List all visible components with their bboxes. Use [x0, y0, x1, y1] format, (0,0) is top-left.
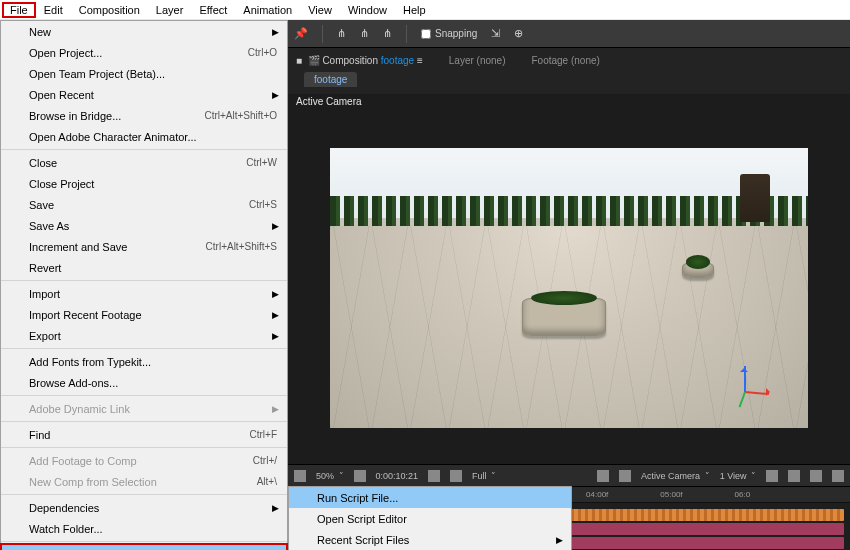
menu-file[interactable]: File [2, 2, 36, 18]
menu-window[interactable]: Window [340, 2, 395, 18]
scripts-menu-item[interactable]: Run Script File... [289, 487, 571, 508]
file-menu-label: Browse in Bridge... [29, 110, 204, 122]
snap-opt2-icon[interactable]: ⊕ [514, 27, 523, 40]
file-menu-item[interactable]: Export▶ [1, 325, 287, 346]
submenu-arrow-icon: ▶ [272, 404, 279, 414]
shortcut-label: Ctrl+/ [253, 455, 277, 466]
file-menu-label: Revert [29, 262, 277, 274]
magnify-icon[interactable] [294, 470, 306, 482]
submenu-arrow-icon: ▶ [556, 535, 563, 545]
axis-icon[interactable]: ⋔ [337, 27, 346, 40]
timecode[interactable]: 0:00:10:21 [376, 471, 419, 481]
axis-gizmo[interactable] [726, 370, 766, 410]
file-menu-item[interactable]: FindCtrl+F [1, 424, 287, 445]
file-menu-item[interactable]: Save As▶ [1, 215, 287, 236]
res-icon[interactable] [354, 470, 366, 482]
file-menu-item[interactable]: CloseCtrl+W [1, 152, 287, 173]
shortcut-label: Ctrl+S [249, 199, 277, 210]
file-menu-item[interactable]: New▶ [1, 21, 287, 42]
axis3-icon[interactable]: ⋔ [383, 27, 392, 40]
top-toolbar: 📌 ⋔ ⋔ ⋔ Snapping ⇲ ⊕ [288, 20, 850, 48]
file-menu-label: Adobe Dynamic Link [29, 403, 277, 415]
menu-animation[interactable]: Animation [235, 2, 300, 18]
tab-layer[interactable]: Layer (none) [449, 55, 506, 66]
file-menu-item[interactable]: Open Project...Ctrl+O [1, 42, 287, 63]
file-menu-label: Add Footage to Comp [29, 455, 253, 467]
file-menu-item[interactable]: SaveCtrl+S [1, 194, 287, 215]
comp-subtabs: footage [288, 72, 850, 94]
menu-help[interactable]: Help [395, 2, 434, 18]
file-menu-item[interactable]: Increment and SaveCtrl+Alt+Shift+S [1, 236, 287, 257]
file-menu-label: Export [29, 330, 277, 342]
comp-icon: 🎬 [308, 55, 320, 66]
grid-icon[interactable] [597, 470, 609, 482]
scripts-menu-item[interactable]: Open Script Editor [289, 508, 571, 529]
file-menu-item[interactable]: Import Recent Footage▶ [1, 304, 287, 325]
snapping-toggle[interactable]: Snapping [421, 28, 477, 39]
file-menu-item[interactable]: Close Project [1, 173, 287, 194]
file-menu-label: Open Recent [29, 89, 277, 101]
camera-label: Active Camera [288, 94, 850, 112]
tab-composition[interactable]: ■ 🎬 Composition footage ≡ [296, 55, 423, 66]
menu-composition[interactable]: Composition [71, 2, 148, 18]
submenu-arrow-icon: ▶ [272, 221, 279, 231]
file-menu-item: New Comp from SelectionAlt+\ [1, 471, 287, 492]
file-menu-item[interactable]: Import▶ [1, 283, 287, 304]
view-dropdown[interactable]: 1 View ˅ [720, 471, 756, 481]
v-icon-a[interactable] [766, 470, 778, 482]
v-icon-b[interactable] [788, 470, 800, 482]
menu-view[interactable]: View [300, 2, 340, 18]
menu-effect[interactable]: Effect [191, 2, 235, 18]
viewer-toolbar: 50% ˅ 0:00:10:21 Full ˅ Active Camera ˅ … [288, 464, 850, 486]
snapping-label: Snapping [435, 28, 477, 39]
snap-opt-icon[interactable]: ⇲ [491, 27, 500, 40]
tab-footage[interactable]: Footage (none) [531, 55, 599, 66]
file-menu-label: Save [29, 199, 249, 211]
file-menu-label: New Comp from Selection [29, 476, 257, 488]
v-icon-c[interactable] [810, 470, 822, 482]
submenu-arrow-icon: ▶ [272, 503, 279, 513]
snapping-checkbox[interactable] [421, 29, 431, 39]
file-menu-item[interactable]: Open Team Project (Beta)... [1, 63, 287, 84]
shortcut-label: Ctrl+O [248, 47, 277, 58]
submenu-arrow-icon: ▶ [272, 27, 279, 37]
subtab-footage[interactable]: footage [304, 72, 357, 87]
file-menu-item[interactable]: Watch Folder... [1, 518, 287, 539]
file-menu-item[interactable]: Open Adobe Character Animator... [1, 126, 287, 147]
menubar: File Edit Composition Layer Effect Anima… [0, 0, 850, 20]
file-menu-item[interactable]: Browse Add-ons... [1, 372, 287, 393]
file-menu-label: Open Team Project (Beta)... [29, 68, 277, 80]
file-menu-label: Close Project [29, 178, 277, 190]
panel-header: ■ 🎬 Composition footage ≡ Layer (none) F… [288, 48, 850, 72]
resolution-dropdown[interactable]: Full ˅ [472, 471, 496, 481]
scripts-submenu: Run Script File...Open Script EditorRece… [288, 486, 572, 550]
file-menu-label: Increment and Save [29, 241, 206, 253]
shortcut-label: Ctrl+F [250, 429, 278, 440]
ruler-tick: 06:0 [735, 490, 751, 499]
viewer[interactable] [288, 112, 850, 464]
file-menu-item[interactable]: Open Recent▶ [1, 84, 287, 105]
mask-icon[interactable] [619, 470, 631, 482]
menu-layer[interactable]: Layer [148, 2, 192, 18]
file-menu-item[interactable]: Browse in Bridge...Ctrl+Alt+Shift+O [1, 105, 287, 126]
submenu-arrow-icon: ▶ [272, 331, 279, 341]
scripts-menu-item[interactable]: Recent Script Files▶ [289, 529, 571, 550]
file-menu-item[interactable]: Add Fonts from Typekit... [1, 351, 287, 372]
file-menu-item[interactable]: Scripts▶ [1, 544, 287, 550]
file-menu-label: Save As [29, 220, 277, 232]
submenu-arrow-icon: ▶ [272, 289, 279, 299]
footage-preview [330, 148, 808, 428]
shortcut-label: Ctrl+Alt+Shift+O [204, 110, 277, 121]
scripts-menu-label: Run Script File... [317, 492, 398, 504]
snapshot-icon[interactable] [428, 470, 440, 482]
v-icon-d[interactable] [832, 470, 844, 482]
pin-icon[interactable]: 📌 [294, 27, 308, 40]
file-menu-item[interactable]: Revert [1, 257, 287, 278]
zoom-dropdown[interactable]: 50% ˅ [316, 471, 344, 481]
submenu-arrow-icon: ▶ [272, 90, 279, 100]
axis2-icon[interactable]: ⋔ [360, 27, 369, 40]
region-icon[interactable] [450, 470, 462, 482]
camera-dropdown[interactable]: Active Camera ˅ [641, 471, 710, 481]
file-menu-item[interactable]: Dependencies▶ [1, 497, 287, 518]
menu-edit[interactable]: Edit [36, 2, 71, 18]
